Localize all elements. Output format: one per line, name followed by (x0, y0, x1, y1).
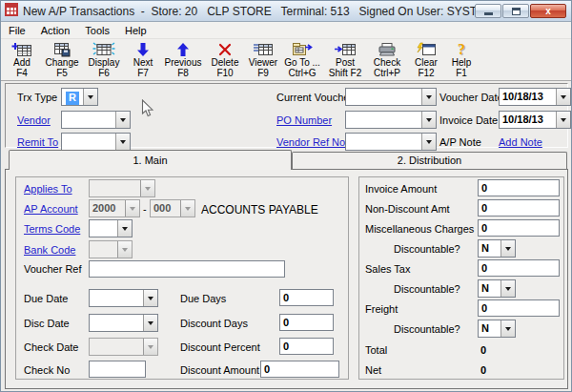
applies-to-dropdown-arrow (140, 180, 154, 196)
maximize-icon (512, 8, 521, 15)
misc-charges-label: Miscellaneous Charges (365, 223, 474, 235)
invoice-date-dropdown-arrow[interactable] (556, 112, 570, 128)
clear-window-icon (416, 42, 437, 57)
goto-button[interactable]: Go To ... Ctrl+G (281, 41, 323, 79)
remit-to-select[interactable] (61, 133, 131, 151)
terms-code-link[interactable]: Terms Code (24, 223, 80, 235)
add-note-link[interactable]: Add Note (499, 136, 542, 148)
disc-date-label: Disc Date (24, 318, 70, 329)
check-date-dropdown-arrow (143, 339, 157, 355)
invoice-date-select[interactable]: 10/18/13 (499, 111, 571, 129)
clear-button[interactable]: Clear F12 (407, 41, 445, 79)
tax-discountable-dropdown-arrow[interactable] (500, 280, 515, 297)
maximize-button[interactable] (502, 4, 529, 18)
voucher-date-label: Voucher Date (439, 92, 503, 103)
vendor-ref-no-link[interactable]: Vendor Ref No (276, 136, 345, 148)
previous-button[interactable]: Previous F8 (161, 41, 205, 79)
ap-account-segment2-select[interactable]: 000 (150, 199, 195, 217)
non-discount-amt-input[interactable]: 0 (478, 199, 560, 217)
vendor-link[interactable]: Vendor (17, 114, 51, 126)
sales-tax-label: Sales Tax (365, 263, 411, 275)
post-icon (334, 42, 357, 57)
current-voucher-select[interactable] (345, 88, 437, 106)
freight-discountable-dropdown-arrow[interactable] (500, 320, 515, 337)
disc-date-dropdown-arrow[interactable] (143, 315, 157, 331)
minimize-button[interactable] (475, 4, 501, 18)
change-button[interactable]: Change F5 (41, 41, 83, 79)
discount-amount-input[interactable]: 0 (260, 361, 339, 378)
menu-file[interactable]: File (1, 23, 33, 38)
tab-main[interactable]: 1. Main (9, 150, 292, 170)
ap-account-segment1-select[interactable]: 2000 (89, 199, 140, 217)
terms-code-dropdown-arrow[interactable] (117, 220, 132, 237)
next-button[interactable]: Next F7 (125, 41, 161, 79)
ap-account-segment2-dropdown-arrow (180, 200, 194, 217)
freight-input[interactable]: 0 (478, 299, 560, 317)
po-number-dropdown-arrow[interactable] (421, 112, 436, 128)
voucher-date-select[interactable]: 10/18/13 (499, 88, 571, 106)
invoice-amount-input[interactable]: 0 (478, 179, 560, 196)
invoice-date-label: Invoice Date (439, 114, 498, 126)
discount-amount-label: Discount Amount (180, 364, 259, 376)
trx-type-dropdown-arrow[interactable] (83, 89, 97, 105)
remit-to-dropdown-arrow[interactable] (115, 134, 130, 150)
misc-discountable-dropdown-arrow[interactable] (500, 240, 515, 257)
bank-code-dropdown-arrow (117, 241, 132, 258)
voucher-date-dropdown-arrow[interactable] (556, 89, 570, 105)
applies-to-link[interactable]: Applies To (24, 183, 72, 195)
due-date-select[interactable] (89, 289, 158, 307)
freight-discountable-label: Discountable? (394, 323, 460, 335)
net-label: Net (365, 364, 381, 376)
vendor-ref-no-dropdown-arrow[interactable] (421, 134, 436, 150)
misc-charges-input[interactable]: 0 (478, 219, 560, 237)
voucher-ref-input[interactable] (89, 260, 285, 278)
title-bar[interactable]: New A/P Transactions - Store: 20 CLP STO… (1, 1, 571, 22)
net-value: 0 (480, 364, 486, 376)
misc-discountable-select[interactable]: N (478, 239, 516, 258)
disc-date-select[interactable] (89, 314, 158, 332)
delete-x-icon (218, 42, 232, 57)
app-icon (5, 3, 18, 20)
menu-help[interactable]: Help (117, 23, 154, 38)
discount-percent-input[interactable]: 0 (279, 338, 334, 355)
add-button[interactable]: Add F4 (3, 41, 41, 79)
voucher-ref-label: Voucher Ref (24, 263, 82, 275)
post-button[interactable]: Post Shift F2 (323, 41, 367, 79)
help-button[interactable]: ? Help F1 (445, 41, 478, 79)
close-icon: x (545, 6, 551, 16)
ap-account-link[interactable]: AP Account (24, 203, 78, 215)
vendor-dropdown-arrow[interactable] (115, 112, 130, 128)
terms-code-select[interactable] (89, 219, 133, 237)
po-number-select[interactable] (345, 111, 437, 129)
discount-days-input[interactable]: 0 (279, 314, 334, 331)
remit-to-link[interactable]: Remit To (17, 136, 58, 148)
delete-button[interactable]: Delete F10 (205, 41, 245, 79)
bank-code-select[interactable] (89, 240, 133, 258)
menu-action[interactable]: Action (33, 23, 78, 38)
due-days-input[interactable]: 0 (279, 289, 334, 306)
current-voucher-dropdown-arrow[interactable] (421, 89, 436, 105)
po-number-link[interactable]: PO Number (276, 114, 332, 126)
vendor-ref-no-select[interactable] (345, 133, 437, 151)
check-no-input[interactable] (89, 361, 146, 378)
vendor-select[interactable] (61, 111, 131, 129)
check-date-select[interactable] (89, 338, 158, 356)
applies-to-select[interactable] (89, 179, 155, 197)
total-label: Total (365, 344, 387, 356)
viewer-button[interactable]: Viewer F9 (245, 41, 281, 79)
due-date-dropdown-arrow[interactable] (143, 290, 157, 306)
ap-account-description: ACCOUNTS PAYABLE (201, 203, 318, 217)
freight-discountable-select[interactable]: N (478, 320, 516, 338)
tab-distribution[interactable]: 2. Distribution (292, 152, 567, 170)
menu-tools[interactable]: Tools (77, 23, 117, 38)
non-discount-amt-label: Non-Discount Amt (365, 203, 450, 215)
tax-discountable-select[interactable]: N (478, 279, 516, 298)
tab-strip: 1. Main 2. Distribution (5, 150, 568, 170)
app-window: New A/P Transactions - Store: 20 CLP STO… (0, 0, 572, 392)
check-button[interactable]: Check Ctrl+P (367, 41, 407, 79)
trx-type-select[interactable]: R (61, 88, 98, 106)
sales-tax-input[interactable]: 0 (478, 259, 560, 277)
display-button[interactable]: Display F6 (83, 41, 125, 79)
bank-code-link[interactable]: Bank Code (24, 244, 75, 256)
close-button[interactable]: x (530, 4, 566, 18)
